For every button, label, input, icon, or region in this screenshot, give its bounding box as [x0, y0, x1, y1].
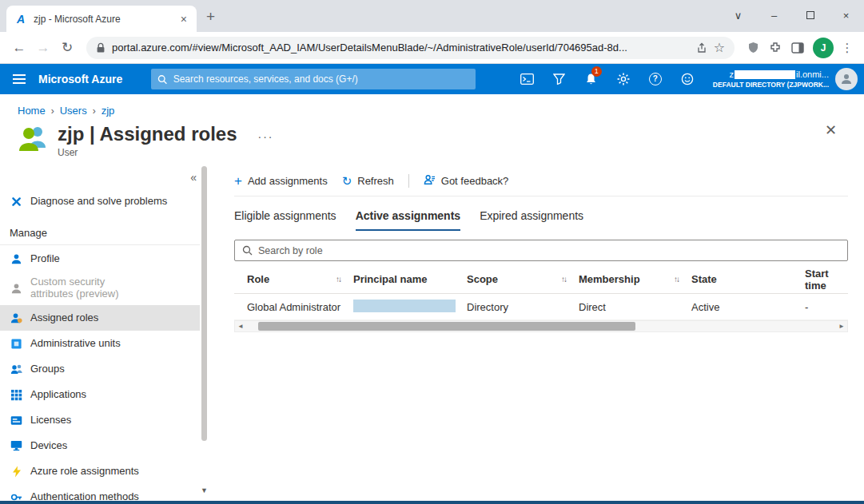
scroll-left-icon[interactable]: ◄ — [235, 323, 246, 330]
sidebar-item-azure-role-assignments[interactable]: Azure role assignments — [0, 458, 200, 484]
sort-icon[interactable]: ↑↓ — [336, 275, 340, 284]
blade-menu: « Diagnose and solve problems Manage Pro… — [0, 166, 209, 496]
cell-start-time: - — [805, 301, 848, 313]
refresh-icon[interactable]: ↻ — [56, 37, 78, 59]
got-feedback-button[interactable]: Got feedback? — [424, 174, 509, 189]
tab-expired-assignments[interactable]: Expired assignments — [480, 209, 583, 231]
sort-icon[interactable]: ↑↓ — [561, 275, 566, 284]
column-principal-name[interactable]: Principal name — [353, 273, 467, 285]
sidebar-item-custom-security-attributes[interactable]: Custom security attributes (preview) — [0, 272, 200, 305]
puzzle-extensions-icon[interactable] — [765, 38, 786, 58]
command-bar: + Add assignments ↻ Refresh Got feedback… — [234, 166, 848, 196]
sidebar-item-label: Applications — [30, 389, 86, 401]
user-icon — [18, 124, 50, 154]
account-avatar[interactable] — [835, 68, 858, 90]
share-icon[interactable] — [696, 42, 707, 54]
refresh-button[interactable]: ↻ Refresh — [342, 175, 394, 187]
sidebar-item-label: Profile — [30, 253, 60, 265]
scrollbar-track[interactable] — [246, 321, 836, 331]
help-icon[interactable]: ? — [639, 64, 671, 94]
chevron-down-icon[interactable]: ∨ — [720, 10, 756, 22]
settings-gear-icon[interactable] — [607, 64, 639, 94]
search-icon — [157, 74, 167, 85]
portal-bottom-bar — [0, 501, 864, 504]
scroll-down-icon[interactable]: ▼ — [201, 486, 208, 494]
scroll-right-icon[interactable]: ► — [836, 323, 847, 330]
column-state[interactable]: State — [691, 273, 805, 285]
bookmark-star-icon[interactable]: ☆ — [714, 40, 725, 55]
divider — [0, 244, 200, 245]
column-start-time[interactable]: Start time — [805, 268, 848, 292]
sidebar-item-label: Custom security attributes (preview) — [30, 276, 150, 300]
role-search-box[interactable] — [234, 240, 848, 261]
new-tab-button[interactable]: + — [206, 8, 215, 26]
window-close-button[interactable]: × — [828, 10, 864, 22]
forward-icon[interactable]: → — [32, 37, 54, 59]
feedback-smiley-icon[interactable] — [671, 64, 703, 94]
back-icon[interactable]: ← — [8, 37, 30, 59]
breadcrumb-home[interactable]: Home — [18, 105, 46, 117]
blade-title-block: zjp | Assigned roles User — [58, 124, 237, 158]
url-text: portal.azure.com/#view/Microsoft_AAD_IAM… — [112, 42, 690, 54]
hamburger-menu-icon[interactable] — [0, 64, 38, 94]
column-role[interactable]: Role↑↓ — [247, 273, 353, 285]
blade-close-icon[interactable]: ✕ — [825, 121, 837, 139]
account-info[interactable]: zil.onmi... DEFAULT DIRECTORY (ZJPWORK..… — [713, 69, 829, 89]
cell-membership: Direct — [579, 301, 691, 313]
sidebar-item-groups[interactable]: Groups — [0, 356, 200, 382]
horizontal-scrollbar[interactable]: ◄ ► — [234, 320, 848, 332]
troubleshoot-icon — [10, 196, 23, 208]
person-icon — [10, 253, 23, 265]
tab-close-icon[interactable]: × — [179, 13, 189, 26]
sidebar-item-label: Devices — [30, 440, 67, 452]
extension-icon[interactable] — [743, 38, 763, 58]
column-membership[interactable]: Membership↑↓ — [579, 273, 691, 285]
browser-tab[interactable]: A zjp - Microsoft Azure × — [6, 6, 197, 32]
breadcrumb-separator: › — [93, 105, 96, 117]
sidebar-item-licenses[interactable]: Licenses — [0, 407, 200, 433]
applications-grid-icon — [10, 389, 23, 401]
global-search-input[interactable] — [173, 73, 470, 85]
collapse-menu-icon[interactable]: « — [190, 171, 197, 184]
window-minimize-button[interactable]: – — [756, 10, 792, 22]
azure-brand[interactable]: Microsoft Azure — [38, 73, 122, 85]
sidebar-item-label: Diagnose and solve problems — [30, 196, 167, 208]
cell-role: Global Administrator — [247, 301, 353, 313]
add-assignments-button[interactable]: + Add assignments — [234, 174, 328, 188]
sidebar-item-administrative-units[interactable]: Administrative units — [0, 331, 200, 356]
browser-menu-icon[interactable]: ⋮ — [838, 41, 856, 55]
assigned-roles-pane: + Add assignments ↻ Refresh Got feedback… — [209, 166, 864, 496]
column-scope[interactable]: Scope↑↓ — [467, 273, 579, 285]
global-search-box[interactable] — [151, 69, 476, 89]
scrollbar-thumb[interactable] — [258, 322, 635, 331]
notifications-bell-icon[interactable]: 1 — [575, 64, 607, 94]
tab-eligible-assignments[interactable]: Eligible assignments — [234, 209, 336, 231]
sidebar-item-devices[interactable]: Devices — [0, 433, 200, 458]
sort-icon[interactable]: ↑↓ — [674, 275, 679, 284]
table-row[interactable]: Global Administrator Directory Direct Ac… — [234, 294, 848, 320]
devices-icon — [10, 440, 23, 451]
breadcrumb-users[interactable]: Users — [60, 105, 87, 117]
sidebar-item-applications[interactable]: Applications — [0, 382, 200, 407]
lock-icon[interactable] — [96, 42, 106, 54]
tab-active-assignments[interactable]: Active assignments — [356, 209, 461, 231]
sidebar-item-assigned-roles[interactable]: Assigned roles — [0, 305, 200, 331]
side-panel-icon[interactable] — [787, 38, 808, 58]
directory-filter-icon[interactable] — [543, 64, 575, 94]
sidebar-item-profile[interactable]: Profile — [0, 246, 200, 272]
role-assignments-icon — [10, 466, 23, 478]
cell-state: Active — [691, 301, 805, 313]
more-options-icon[interactable]: ··· — [258, 130, 274, 143]
sidebar-scrollbar-thumb[interactable] — [201, 166, 207, 440]
sidebar-item-diagnose[interactable]: Diagnose and solve problems — [0, 189, 200, 214]
page-title: zjp | Assigned roles — [58, 124, 237, 145]
sidebar-scrollbar[interactable]: ▼ — [200, 166, 208, 485]
url-bar[interactable]: portal.azure.com/#view/Microsoft_AAD_IAM… — [86, 37, 735, 59]
window-maximize-button[interactable] — [792, 10, 828, 22]
breadcrumb-zjp[interactable]: zjp — [102, 105, 115, 117]
licenses-icon — [10, 415, 23, 426]
role-search-input[interactable] — [258, 245, 840, 256]
search-icon — [242, 245, 253, 256]
browser-profile-avatar[interactable]: J — [813, 38, 834, 58]
cloud-shell-icon[interactable] — [512, 64, 543, 94]
